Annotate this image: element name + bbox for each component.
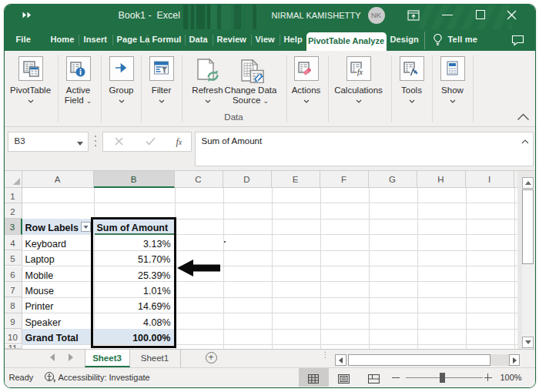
svg-text:fx: fx bbox=[357, 69, 363, 76]
